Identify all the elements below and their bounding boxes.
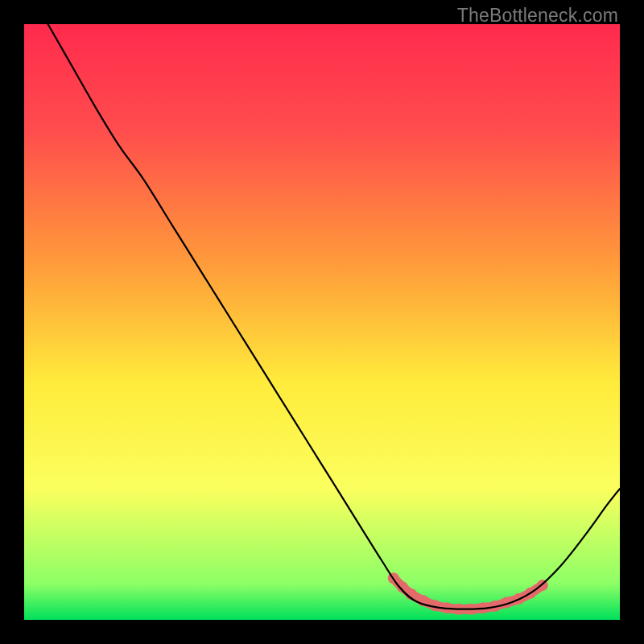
- chart-frame: [24, 24, 620, 620]
- watermark-text: TheBottleneck.com: [457, 5, 618, 27]
- gradient-background: [24, 24, 620, 620]
- bottleneck-curve-chart: [24, 24, 620, 620]
